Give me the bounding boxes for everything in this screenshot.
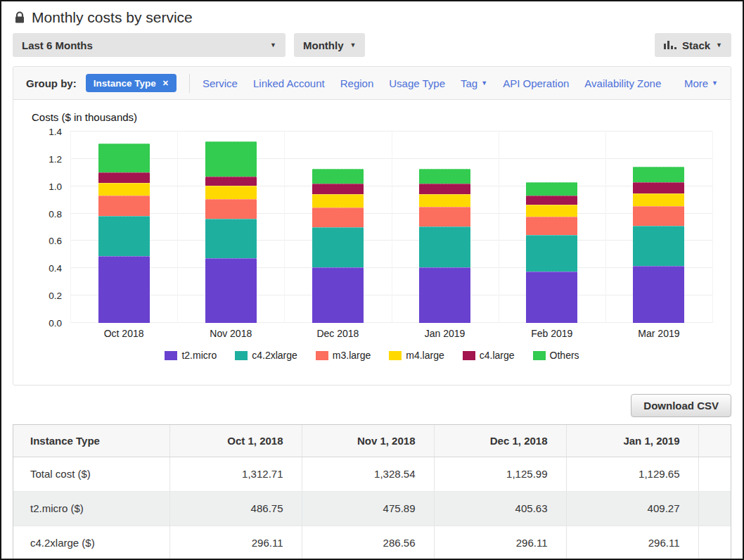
legend-label: m3.large bbox=[333, 350, 371, 361]
bar-slot bbox=[284, 132, 391, 323]
legend-swatch bbox=[235, 351, 248, 360]
bar-segment-c4-2xlarge bbox=[312, 227, 364, 268]
bar-oct-2018[interactable] bbox=[98, 144, 150, 323]
bar-segment-c4-2xlarge bbox=[526, 235, 577, 272]
bar-segment-m4-large bbox=[205, 186, 257, 199]
chevron-down-icon: ▼ bbox=[270, 42, 276, 49]
chart-area: Costs ($ in thousands) 0.00.20.40.60.81.… bbox=[13, 100, 731, 385]
groupby-link-label: Availability Zone bbox=[584, 77, 661, 89]
bar-segment-m4-large bbox=[526, 205, 577, 217]
bar-segment-c4-large bbox=[526, 196, 577, 205]
chart-legend: t2.microc4.2xlargem3.largem4.largec4.lar… bbox=[32, 350, 712, 361]
bar-slot bbox=[499, 132, 605, 323]
bar-segment-m4-large bbox=[98, 183, 150, 196]
cost-table: Instance TypeOct 1, 2018Nov 1, 2018Dec 1… bbox=[13, 425, 731, 560]
legend-label: c4.large bbox=[480, 350, 515, 361]
table-header-cell: Jan 1, 2019 bbox=[566, 425, 698, 457]
value-cell: 296.11 bbox=[566, 526, 698, 560]
y-axis-tick-label: 0.4 bbox=[49, 263, 62, 274]
close-icon[interactable]: ✕ bbox=[162, 79, 169, 88]
legend-swatch bbox=[165, 351, 177, 360]
granularity-value: Monthly bbox=[303, 39, 344, 51]
y-axis-tick-label: 1.0 bbox=[49, 182, 62, 192]
bar-nov-2018[interactable] bbox=[205, 141, 257, 323]
empty-cell bbox=[698, 526, 731, 560]
bar-slot bbox=[392, 132, 499, 323]
legend-label: Others bbox=[550, 350, 579, 361]
value-cell: 1,312.71 bbox=[169, 457, 302, 491]
groupby-link-usage-type[interactable]: Usage Type bbox=[389, 77, 445, 89]
bar-segment-c4-large bbox=[98, 172, 150, 183]
bar-dec-2018[interactable] bbox=[312, 169, 364, 323]
bar-segment-t2-micro bbox=[419, 267, 470, 323]
bar-segment-c4-large bbox=[419, 184, 470, 194]
table-row-t2-micro-: t2.micro ($)486.75475.89405.63409.27 bbox=[13, 491, 731, 526]
x-axis-label: Dec 2018 bbox=[284, 328, 391, 339]
bar-segment-others bbox=[526, 182, 577, 196]
groupby-link-label: More bbox=[684, 77, 708, 89]
table-row-total-cost-: Total cost ($)1,312.711,328.541,125.991,… bbox=[13, 457, 731, 491]
groupby-link-label: Region bbox=[340, 77, 374, 89]
plot-row: 0.00.20.40.60.81.01.21.4 bbox=[32, 132, 712, 323]
legend-label: c4.2xlarge bbox=[252, 350, 297, 361]
x-axis-labels: Oct 2018Nov 2018Dec 2018Jan 2019Feb 2019… bbox=[70, 323, 712, 344]
groupby-chip[interactable]: Instance Type ✕ bbox=[86, 74, 177, 92]
y-axis-tick-label: 0.2 bbox=[49, 291, 62, 301]
chart-type-dropdown[interactable]: Stack ▼ bbox=[655, 33, 731, 57]
row-label-cell: c4.2xlarge ($) bbox=[13, 526, 169, 560]
groupby-link-api-operation[interactable]: API Operation bbox=[503, 77, 569, 89]
table-panel: Instance TypeOct 1, 2018Nov 1, 2018Dec 1… bbox=[13, 424, 731, 560]
chart-title: Costs ($ in thousands) bbox=[32, 111, 712, 123]
groupby-link-availability-zone[interactable]: Availability Zone bbox=[584, 77, 661, 89]
table-header-row: Instance TypeOct 1, 2018Nov 1, 2018Dec 1… bbox=[13, 425, 731, 457]
download-csv-button[interactable]: Download CSV bbox=[631, 394, 731, 417]
date-range-dropdown[interactable]: Last 6 Months ▼ bbox=[13, 33, 286, 57]
bar-mar-2019[interactable] bbox=[633, 167, 684, 323]
value-cell: 405.63 bbox=[434, 491, 566, 526]
x-axis-label: Nov 2018 bbox=[177, 328, 284, 339]
granularity-dropdown[interactable]: Monthly ▼ bbox=[294, 33, 365, 57]
table-header-cell: Nov 1, 2018 bbox=[302, 425, 434, 457]
groupby-link-linked-account[interactable]: Linked Account bbox=[253, 77, 325, 89]
legend-swatch bbox=[389, 351, 402, 360]
bar-feb-2019[interactable] bbox=[526, 182, 577, 323]
chevron-down-icon: ▼ bbox=[350, 42, 357, 49]
x-axis-label: Jan 2019 bbox=[392, 328, 499, 339]
x-axis-label: Mar 2019 bbox=[605, 328, 712, 339]
value-cell: 1,125.99 bbox=[434, 457, 566, 491]
row-label-cell: t2.micro ($) bbox=[13, 491, 169, 526]
bar-segment-c4-large bbox=[312, 184, 364, 194]
bar-segment-m4-large bbox=[633, 193, 684, 206]
bar-segment-m3-large bbox=[633, 206, 684, 225]
legend-item-c4-2xlarge: c4.2xlarge bbox=[235, 350, 297, 361]
bar-segment-t2-micro bbox=[312, 267, 364, 323]
y-axis-labels: 0.00.20.40.60.81.01.21.4 bbox=[32, 132, 70, 323]
bar-segment-m3-large bbox=[526, 217, 577, 235]
value-cell: 1,129.65 bbox=[566, 457, 698, 491]
row-label-cell: Total cost ($) bbox=[13, 457, 169, 491]
groupby-chip-label: Instance Type bbox=[94, 78, 156, 89]
bars-layer bbox=[70, 132, 712, 323]
bar-segment-c4-2xlarge bbox=[419, 227, 470, 267]
table-header-cell: Oct 1, 2018 bbox=[169, 425, 302, 457]
bar-segment-t2-micro bbox=[205, 258, 257, 323]
groupby-link-tag[interactable]: Tag▼ bbox=[461, 77, 487, 89]
bar-segment-others bbox=[205, 141, 257, 177]
title-row: Monthly costs by service bbox=[1, 1, 743, 26]
y-axis-tick-label: 0.6 bbox=[49, 236, 62, 246]
bar-segment-m4-large bbox=[312, 194, 364, 208]
value-cell: 1,328.54 bbox=[302, 457, 434, 491]
empty-cell bbox=[698, 457, 731, 491]
bar-segment-c4-2xlarge bbox=[205, 219, 257, 258]
bar-jan-2019[interactable] bbox=[419, 169, 470, 323]
table-header-cell-empty bbox=[698, 425, 731, 457]
groupby-link-service[interactable]: Service bbox=[203, 77, 238, 89]
legend-item-t2-micro: t2.micro bbox=[165, 350, 217, 361]
bar-segment-c4-2xlarge bbox=[633, 226, 684, 267]
legend-swatch bbox=[463, 351, 475, 360]
groupby-link-more[interactable]: More▼ bbox=[684, 77, 718, 89]
table-header-cell: Instance Type bbox=[13, 425, 169, 457]
value-cell: 475.89 bbox=[302, 491, 434, 526]
bar-slot bbox=[605, 132, 712, 323]
groupby-link-region[interactable]: Region bbox=[340, 77, 374, 89]
